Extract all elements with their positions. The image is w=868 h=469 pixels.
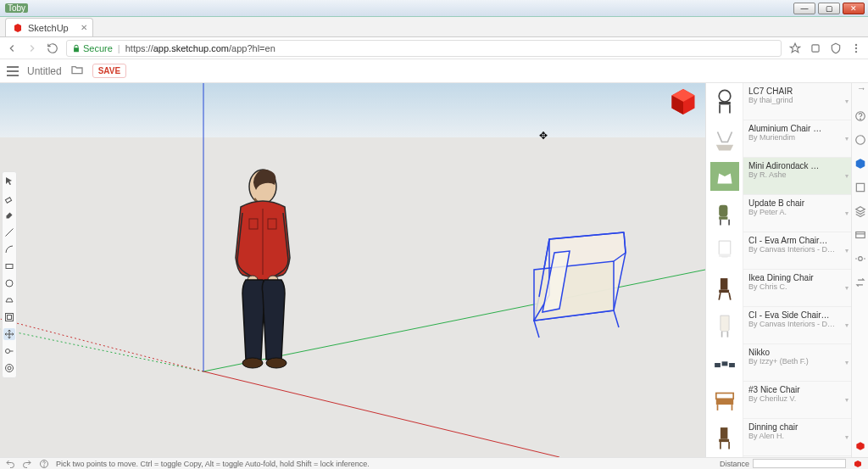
tool-rectangle[interactable]: [3, 260, 15, 272]
chevron-down-icon[interactable]: ▾: [843, 232, 851, 269]
warehouse-item-author: By R. Ashe: [748, 170, 837, 179]
chevron-down-icon[interactable]: ▾: [843, 307, 851, 343]
browser-star-button[interactable]: [788, 42, 802, 55]
warehouse-list[interactable]: LC7 CHAIRBy thai_grind▾Aluminium Chair ……: [706, 83, 851, 457]
browser-tab-sketchup[interactable]: SketchUp ✕: [5, 18, 93, 36]
svg-rect-65: [856, 183, 864, 191]
warehouse-item-title: Mini Adirondack …: [748, 161, 837, 170]
svg-rect-48: [715, 363, 721, 367]
warehouse-thumb: [706, 83, 743, 120]
svg-point-2: [855, 47, 857, 48]
svg-point-31: [8, 366, 11, 370]
rail-scenes-button[interactable]: [854, 229, 866, 241]
tool-text[interactable]: [3, 362, 15, 374]
warehouse-item[interactable]: Mini Adirondack …By R. Ashe▾: [706, 158, 851, 195]
open-folder-button[interactable]: [70, 63, 84, 79]
warehouse-panel: LC7 CHAIRBy thai_grind▾Aluminium Chair ……: [705, 83, 851, 457]
rail-display-button[interactable]: [854, 253, 866, 265]
status-sketchup-icon: [853, 459, 863, 469]
browser-shield-button[interactable]: [829, 42, 843, 55]
tool-line[interactable]: [3, 226, 15, 238]
warehouse-item-author: By Chris C.: [748, 282, 837, 291]
chevron-down-icon[interactable]: ▾: [843, 120, 851, 157]
browser-reload-button[interactable]: [46, 42, 59, 55]
warehouse-item-title: CI - Eva Side Chair…: [748, 310, 837, 320]
scene-canvas: [0, 83, 705, 457]
svg-point-63: [860, 119, 860, 120]
chevron-down-icon[interactable]: ▾: [843, 270, 851, 306]
warehouse-thumb: [706, 120, 743, 158]
svg-rect-41: [719, 254, 731, 256]
browser-extension-button[interactable]: [809, 42, 822, 55]
lock-icon: [72, 44, 81, 53]
right-rail: →: [851, 83, 868, 457]
svg-rect-25: [6, 265, 13, 269]
tool-tape[interactable]: [3, 345, 15, 357]
distance-input[interactable]: [753, 459, 846, 468]
warehouse-item[interactable]: LC7 CHAIRBy thai_grind▾: [706, 83, 851, 120]
warehouse-item-title: Aluminium Chair …: [748, 124, 837, 133]
svg-point-67: [858, 257, 862, 261]
tool-offset[interactable]: [3, 311, 15, 323]
warehouse-item[interactable]: Dinning chairBy Alen H.▾: [706, 419, 851, 456]
rail-sketchup-icon[interactable]: [854, 440, 866, 452]
warehouse-item[interactable]: Aluminium Chair …By Muriendim▾: [706, 120, 851, 158]
rail-3dwarehouse-button[interactable]: [854, 158, 866, 170]
browser-forward-button[interactable]: [25, 42, 39, 55]
tool-circle[interactable]: [3, 277, 15, 289]
rail-help-button[interactable]: [854, 110, 866, 122]
tool-move[interactable]: [3, 328, 15, 340]
viewport[interactable]: ✥: [0, 83, 705, 457]
chevron-down-icon[interactable]: ▾: [843, 83, 851, 120]
status-redo-button[interactable]: [22, 459, 32, 469]
distance-label: Distance: [720, 460, 749, 468]
tool-pushpull[interactable]: [3, 294, 15, 306]
window-maximize-button[interactable]: ▢: [818, 3, 840, 14]
chevron-down-icon[interactable]: ▾: [843, 419, 851, 455]
warehouse-item[interactable]: CI - Eva Arm Chair…By Canvas Interiors -…: [706, 232, 851, 270]
chevron-down-icon[interactable]: ▾: [843, 382, 851, 418]
tool-eraser[interactable]: [3, 193, 15, 204]
warehouse-item-author: By Canvas Interiors - Designer: [748, 245, 837, 254]
warehouse-item-title: Nikko: [748, 348, 837, 357]
window-minimize-button[interactable]: —: [793, 3, 815, 14]
svg-rect-42: [720, 278, 727, 290]
svg-rect-0: [812, 44, 819, 51]
warehouse-item-title: Ikea Dining Chair: [748, 273, 837, 282]
rail-layers-button[interactable]: [854, 205, 866, 217]
chevron-down-icon[interactable]: ▾: [843, 344, 851, 381]
browser-back-button[interactable]: [5, 42, 19, 55]
chevron-down-icon[interactable]: ▾: [843, 158, 851, 194]
warehouse-item-author: By thai_grind: [748, 96, 837, 104]
warehouse-item-title: LC7 CHAIR: [748, 87, 837, 96]
rail-info-button[interactable]: [854, 134, 866, 146]
svg-rect-27: [6, 314, 14, 321]
tool-arc[interactable]: [3, 243, 15, 255]
browser-url-field[interactable]: Secure | https://app.sketchup.com/app?hl…: [66, 40, 782, 57]
svg-rect-66: [855, 232, 865, 238]
tool-paint[interactable]: [3, 209, 15, 221]
warehouse-thumb: [706, 419, 743, 456]
warehouse-thumb: [706, 158, 743, 195]
warehouse-item[interactable]: #3 Nice ChairBy Cheriluz V.▾: [706, 382, 851, 419]
status-hint: Pick two points to move. Ctrl = toggle C…: [56, 460, 370, 468]
warehouse-item[interactable]: Update B chairBy Peter A.▾: [706, 195, 851, 232]
rail-swap-button[interactable]: [854, 276, 866, 288]
browser-url-text: https://app.sketchup.com/app?hl=en: [125, 43, 275, 53]
save-button[interactable]: SAVE: [92, 64, 127, 78]
tool-select[interactable]: [3, 176, 15, 187]
svg-point-26: [6, 280, 13, 287]
status-help-button[interactable]: [39, 459, 49, 469]
rail-collapse-button[interactable]: →: [857, 83, 866, 93]
window-close-button[interactable]: ✕: [843, 3, 865, 14]
warehouse-item[interactable]: NikkoBy Izzy+ (Beth F.)▾: [706, 344, 851, 382]
browser-menu-button[interactable]: [849, 42, 863, 55]
warehouse-item[interactable]: CI - Eva Side Chair…By Canvas Interiors …: [706, 307, 851, 344]
close-icon[interactable]: ✕: [81, 23, 87, 32]
chevron-down-icon[interactable]: ▾: [843, 195, 851, 232]
app-menu-button[interactable]: [7, 66, 19, 76]
status-undo-button[interactable]: [5, 459, 15, 469]
warehouse-item-title: Dinning chair: [748, 422, 837, 432]
rail-materials-button[interactable]: [854, 181, 866, 193]
warehouse-item[interactable]: Ikea Dining ChairBy Chris C.▾: [706, 270, 851, 307]
